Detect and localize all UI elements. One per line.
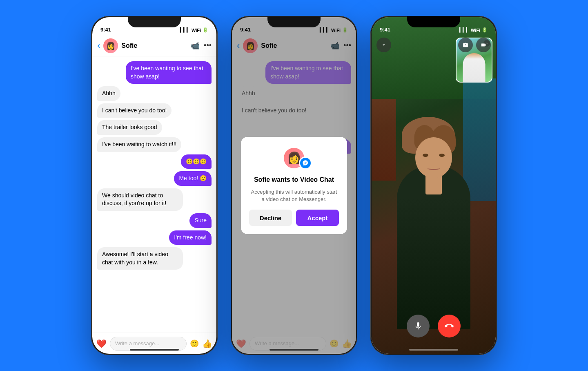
bubble-recv-5: We should video chat to discuss, if you'… bbox=[97, 188, 183, 211]
phone-2-screen: 9:41 ▎▎▎ WiFi 🔋 ‹ 👩 Sofie 📹 ••• I've bee… bbox=[232, 17, 356, 354]
bubble-sent-me-too: Me too! 🙂 bbox=[174, 171, 212, 186]
phone-1: 9:41 ▎▎▎ WiFi 🔋 ‹ 👩 Sofie 📹 ••• I've bee… bbox=[91, 16, 218, 355]
signal-icon-3: ▎▎▎ bbox=[459, 27, 469, 33]
modal-buttons: Decline Accept bbox=[249, 210, 339, 226]
home-indicator-1 bbox=[130, 349, 179, 351]
left-eye bbox=[423, 154, 428, 157]
phone-2: 9:41 ▎▎▎ WiFi 🔋 ‹ 👩 Sofie 📹 ••• I've bee… bbox=[231, 16, 357, 355]
top-right-controls bbox=[458, 38, 491, 52]
blue-element bbox=[463, 78, 496, 201]
message-row-recv-2: I can't believe you do too! bbox=[97, 103, 212, 118]
input-bar-1: ❤️ Write a message... 🙂 👍 bbox=[92, 333, 216, 354]
bubble-sure: Sure bbox=[189, 213, 212, 228]
status-time-1: 9:41 bbox=[100, 27, 111, 33]
battery-icon-3: 🔋 bbox=[482, 27, 488, 33]
bubble-recv-2: I can't believe you do too! bbox=[97, 103, 172, 118]
nav-bar-1: ‹ 👩 Sofie 📹 ••• bbox=[92, 35, 216, 56]
bubble-recv-6: Awesome! I'll start a video chat with yo… bbox=[97, 247, 183, 270]
message-row-recv-5: We should video chat to discuss, if you'… bbox=[97, 188, 212, 211]
signal-icon: ▎▎▎ bbox=[180, 27, 190, 33]
message-row-sent-1: I've been wanting to see that show asap! bbox=[97, 61, 212, 84]
modal-subtitle: Accepting this will automatically start … bbox=[249, 188, 339, 203]
contact-avatar-1: 👩 bbox=[103, 38, 118, 53]
message-row-recv-3: The trailer looks good bbox=[97, 120, 212, 135]
messenger-icon-badge bbox=[299, 156, 312, 170]
modal-overlay: 👩 Sofie wants to Video Chat Accepting th… bbox=[232, 17, 356, 354]
video-call-icon-1[interactable]: 📹 bbox=[191, 41, 200, 50]
status-time-3: 9:41 bbox=[380, 27, 390, 33]
bubble-recv-4: I've been waiting to watch it!!! bbox=[97, 137, 181, 152]
message-row-sent-2: 🙂🙂🙂 bbox=[97, 154, 212, 169]
modal-avatar-group: 👩 bbox=[283, 147, 305, 170]
more-icon-1[interactable]: ••• bbox=[204, 41, 212, 50]
red-accent bbox=[372, 99, 396, 181]
bubble-free-now-1: I'm free now! bbox=[169, 230, 212, 245]
message-row-recv-1: Ahhh bbox=[97, 86, 212, 101]
thumb-icon-1[interactable]: 👍 bbox=[202, 339, 212, 349]
phone-1-screen: 9:41 ▎▎▎ WiFi 🔋 ‹ 👩 Sofie 📹 ••• I've bee… bbox=[92, 17, 216, 354]
mute-button[interactable] bbox=[407, 315, 430, 337]
minimize-button[interactable] bbox=[376, 38, 391, 52]
camera-toggle-button[interactable] bbox=[476, 38, 491, 52]
right-eye bbox=[439, 154, 445, 157]
input-placeholder-1: Write a message... bbox=[115, 340, 159, 346]
back-button-1[interactable]: ‹ bbox=[97, 40, 100, 51]
contact-name-1: Sofie bbox=[121, 42, 187, 49]
bubble-sent-1: I've been wanting to see that show asap! bbox=[126, 61, 212, 84]
chat-area-1: I've been wanting to see that show asap!… bbox=[92, 56, 216, 333]
end-call-button[interactable] bbox=[438, 315, 461, 337]
wifi-icon: WiFi bbox=[192, 28, 201, 33]
nav-action-icons-1: 📹 ••• bbox=[191, 41, 212, 50]
phone-3-screen: ✏ 9:41 ▎▎▎ WiFi 🔋 bbox=[372, 17, 496, 354]
person-face bbox=[415, 137, 452, 178]
video-chat-modal: 👩 Sofie wants to Video Chat Accepting th… bbox=[241, 137, 347, 234]
smile bbox=[428, 167, 440, 170]
status-icons-1: ▎▎▎ WiFi 🔋 bbox=[180, 27, 208, 33]
message-row-sent-4: Sure bbox=[97, 213, 212, 228]
like-icon-1[interactable]: ❤️ bbox=[96, 339, 107, 349]
message-row-recv-4: I've been waiting to watch it!!! bbox=[97, 137, 212, 152]
video-top-controls bbox=[376, 38, 491, 52]
message-row-sent-5: I'm free now! bbox=[97, 230, 212, 245]
notch-1 bbox=[128, 16, 181, 27]
phone-3: ✏ 9:41 ▎▎▎ WiFi 🔋 bbox=[370, 16, 497, 355]
message-input-1[interactable]: Write a message... bbox=[110, 337, 187, 351]
decline-button[interactable]: Decline bbox=[249, 210, 292, 226]
flip-camera-button[interactable] bbox=[458, 38, 473, 52]
home-indicator-3 bbox=[409, 349, 458, 351]
bubble-recv-3: The trailer looks good bbox=[97, 120, 162, 135]
battery-icon: 🔋 bbox=[203, 27, 208, 33]
modal-title: Sofie wants to Video Chat bbox=[254, 176, 334, 183]
message-row-recv-6: Awesome! I'll start a video chat with yo… bbox=[97, 247, 212, 270]
accept-button[interactable]: Accept bbox=[296, 210, 339, 226]
message-row-sent-3: Me too! 🙂 bbox=[97, 171, 212, 186]
video-call-controls bbox=[372, 315, 496, 337]
wifi-icon-3: WiFi bbox=[471, 28, 480, 33]
emoji-icon-1[interactable]: 🙂 bbox=[190, 339, 199, 348]
home-indicator-2 bbox=[270, 349, 318, 351]
status-bar-3: 9:41 ▎▎▎ WiFi 🔋 bbox=[372, 17, 496, 35]
bubble-recv-1: Ahhh bbox=[97, 86, 120, 101]
status-icons-3: ▎▎▎ WiFi 🔋 bbox=[459, 27, 488, 33]
bubble-sent-2: 🙂🙂🙂 bbox=[181, 154, 212, 169]
thumb-person-shape bbox=[463, 53, 486, 82]
